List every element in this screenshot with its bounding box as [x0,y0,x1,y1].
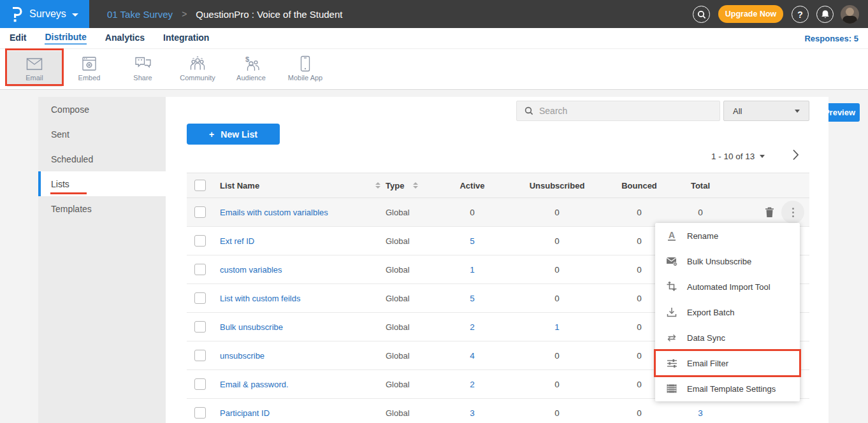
menu-item-label: Export Batch [687,308,734,317]
help-button[interactable]: ? [792,6,809,23]
user-avatar[interactable] [841,5,859,24]
sidebar-item-sent[interactable]: Sent [38,122,166,147]
community-icon [189,55,206,72]
channel-share[interactable]: Share [115,51,170,87]
channel-audience[interactable]: $ Audience [224,51,278,87]
list-name-link[interactable]: Participant ID [220,408,270,418]
tab-integration[interactable]: Integration [163,32,209,44]
col-type: Type [386,181,404,190]
list-type: Global [386,265,410,275]
email-icon [26,55,43,72]
sidebar-item-label: Scheduled [51,154,93,164]
table-row: Participant ID Global 3 0 0 3 [187,399,809,423]
svg-text:$: $ [245,56,249,63]
row-checkbox[interactable] [194,264,206,275]
chevron-right-icon [792,149,799,161]
active-count: 5 [434,236,510,246]
trash-icon [765,207,774,218]
menu-item-email-template-settings[interactable]: Email Template Settings [655,376,800,401]
tab-analytics[interactable]: Analytics [105,32,145,44]
tab-distribute[interactable]: Distribute [45,32,86,45]
list-name-link[interactable]: custom variables [220,265,282,275]
active-count: 3 [434,408,510,418]
list-name-link[interactable]: Ext ref ID [220,236,254,246]
channel-embed[interactable]: Embed [62,51,117,87]
chevron-down-icon [795,110,800,113]
sidebar-item-templates[interactable]: Templates [38,196,166,221]
row-checkbox[interactable] [194,235,206,247]
channel-mobile-app[interactable]: Mobile App [278,51,333,87]
row-checkbox[interactable] [194,407,206,419]
channel-label: Mobile App [288,74,322,82]
channel-email[interactable]: Email [7,51,62,87]
new-list-button[interactable]: + New List [187,124,280,145]
chevron-down-icon [760,155,765,158]
list-name-link[interactable]: Email & password. [220,380,289,389]
channel-community[interactable]: Community [170,51,225,87]
tab-edit[interactable]: Edit [10,32,26,44]
sidebar-item-scheduled[interactable]: Scheduled [38,147,166,171]
search-button[interactable] [693,6,710,23]
survey-nav: Edit Distribute Analytics Integration Re… [0,28,868,48]
row-checkbox[interactable] [194,378,206,390]
select-all-checkbox[interactable] [194,180,206,191]
unsubscribed-count: 0 [510,208,604,217]
total-count: 0 [675,208,726,217]
menu-item-label: Rename [687,231,718,241]
menu-item-export-batch[interactable]: Export Batch [655,299,800,325]
email-sidebar: Compose Sent Scheduled Lists Templates [38,97,166,423]
notifications-button[interactable] [816,6,834,23]
responses-count[interactable]: Responses: 5 [804,28,858,48]
menu-item-email-filter[interactable]: Email Filter [655,350,800,376]
breadcrumb-page-title: QuestionPro : Voice of the Student [196,9,342,20]
export-batch-icon [665,307,678,317]
sidebar-item-lists[interactable]: Lists [38,171,166,196]
sidebar-item-compose[interactable]: Compose [38,97,166,122]
list-name-link[interactable]: Emails with custom varialbles [220,208,328,217]
surveys-product-menu[interactable]: Surveys [0,0,89,28]
list-type: Global [386,294,410,303]
channel-label: Community [180,74,215,82]
list-type: Global [386,351,410,361]
list-name-link[interactable]: unsubscribe [220,351,264,361]
menu-item-automated-import-tool[interactable]: Automated Import Tool [655,274,800,299]
unsubscribed-count: 0 [510,236,604,246]
row-checkbox[interactable] [194,350,206,361]
kebab-icon [792,208,794,210]
sort-type-icon[interactable] [413,182,418,189]
breadcrumb-separator: > [182,9,187,19]
upgrade-now-button[interactable]: Upgrade Now [718,5,783,23]
list-filter-dropdown[interactable]: All [723,101,809,121]
pagination-dropdown[interactable]: 1 - 10 of 13 [711,148,765,164]
col-total: Total [675,181,726,190]
menu-item-data-sync[interactable]: Data Sync [655,325,800,350]
unsubscribed-count: 0 [510,351,604,361]
list-name-link[interactable]: List with custom feilds [220,294,300,303]
list-search-box [516,101,720,121]
automated-import-icon [665,282,678,292]
filter-selected-value: All [733,106,795,116]
row-checkbox[interactable] [194,206,206,218]
bulk-unsubscribe-icon [665,257,678,266]
row-checkbox[interactable] [194,321,206,333]
sidebar-item-label: Lists [51,179,69,189]
menu-item-label: Bulk Unsubscribe [687,257,751,266]
search-icon [524,106,533,115]
row-checkbox[interactable] [194,292,206,304]
active-count: 0 [434,208,510,217]
avatar-photo [846,8,854,16]
row-menu-button[interactable] [781,201,804,224]
breadcrumb-survey-link[interactable]: 01 Take Survey [107,9,173,20]
menu-item-rename[interactable]: A Rename [655,223,800,248]
sort-list-name-icon[interactable] [375,182,380,189]
bounced-count: 0 [604,408,675,418]
search-input[interactable] [539,106,720,116]
rename-icon: A [665,231,678,241]
list-name-link[interactable]: Bulk unsubscribe [220,322,283,332]
question-mark-icon: ? [797,10,803,20]
sidebar-item-label: Compose [51,104,89,115]
annotation-underline-lists [50,192,87,194]
menu-item-bulk-unsubscribe[interactable]: Bulk Unsubscribe [655,248,800,274]
next-page-button[interactable] [787,147,804,163]
delete-list-button[interactable] [761,204,778,220]
